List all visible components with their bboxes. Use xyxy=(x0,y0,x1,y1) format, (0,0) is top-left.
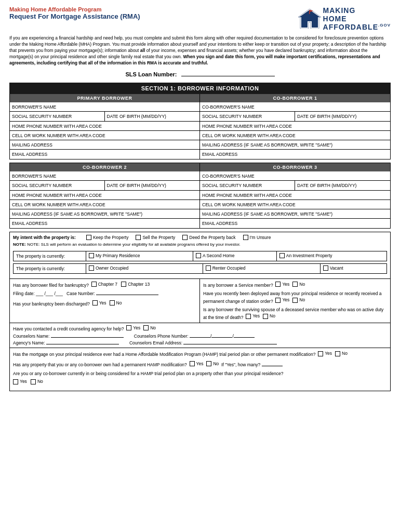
hamp-q2-howmany-field[interactable] xyxy=(262,366,283,366)
counselors-email-label: Counselors Email Address: xyxy=(129,340,277,345)
unsure-checkbox[interactable] xyxy=(243,235,248,240)
surv-yes-checkbox[interactable] xyxy=(246,314,251,319)
counselors-name-label: Counselors Name: xyxy=(13,334,124,339)
hamp-q3-yes-checkbox[interactable] xyxy=(13,379,18,384)
surv-no-option[interactable]: No xyxy=(263,313,275,320)
hamp-q1-text: Has the mortgage on your principal resid… xyxy=(13,352,315,357)
investment-property-option[interactable]: An Investment Property xyxy=(276,251,386,261)
hamp-q3-no-checkbox[interactable] xyxy=(31,379,36,384)
hamp-q2-yes-no: Yes No xyxy=(190,361,219,367)
hamp-q1-no-option[interactable]: No xyxy=(335,350,348,357)
property-status-table1: The property is currently: My Primary Re… xyxy=(13,251,387,261)
hamp-q3-no-option[interactable]: No xyxy=(31,378,43,385)
hamp-q3-no-label: No xyxy=(37,378,43,385)
hamp-q2-no-checkbox[interactable] xyxy=(206,361,211,366)
dep-no-checkbox[interactable] xyxy=(292,298,298,303)
cb2-email-field: EMAIL ADDRESS xyxy=(10,219,199,228)
deed-property-checkbox[interactable] xyxy=(182,235,188,240)
surv-no-checkbox[interactable] xyxy=(263,314,268,319)
cb1-mailing-field: MAILING ADDRESS (IF SAME AS BORROWER, WR… xyxy=(200,140,390,150)
sm-yes-checkbox[interactable] xyxy=(275,282,281,287)
hamp-q2-yes-option[interactable]: Yes xyxy=(190,361,204,367)
discharged-yes-option[interactable]: Yes xyxy=(92,300,106,307)
primary-mailing-field: MAILING ADDRESS xyxy=(10,140,199,150)
hamp-q3-yes-option[interactable]: Yes xyxy=(13,378,27,385)
hamp-q2-text: Has any property that you or any co-borr… xyxy=(13,362,187,367)
dep-yes-option[interactable]: Yes xyxy=(275,297,289,303)
hamp-q1-no-checkbox[interactable] xyxy=(335,351,340,356)
sell-property-option[interactable]: Sell the Property xyxy=(136,235,175,240)
discharged-no-checkbox[interactable] xyxy=(110,300,115,305)
bankruptcy-section: Has any borrower filed for bankruptcy? C… xyxy=(9,279,391,324)
sm-no-checkbox[interactable] xyxy=(292,282,298,287)
primary-email-field: EMAIL ADDRESS xyxy=(10,150,199,159)
sm-no-option[interactable]: No xyxy=(292,281,305,288)
owner-occupied-checkbox[interactable] xyxy=(89,265,94,271)
sell-property-checkbox[interactable] xyxy=(136,235,141,240)
program-name: Making Home Affordable Program xyxy=(9,6,140,12)
keep-property-option[interactable]: Keep the Property xyxy=(86,235,129,240)
owner-occupied-option[interactable]: Owner Occupied xyxy=(86,263,203,273)
surv-yes-option[interactable]: Yes xyxy=(246,313,260,320)
dep-no-option[interactable]: No xyxy=(292,297,305,303)
sm-yes-option[interactable]: Yes xyxy=(275,281,289,288)
cc-no-checkbox[interactable] xyxy=(143,325,149,330)
logo-area: MAKING HOME AFFORDABLE.GOV xyxy=(298,6,391,31)
unsure-label: I'm Unsure xyxy=(250,235,271,240)
dep-yes-checkbox[interactable] xyxy=(275,298,281,303)
renter-occupied-checkbox[interactable] xyxy=(206,265,211,271)
counselors-email-field[interactable] xyxy=(183,344,277,344)
primary-residence-checkbox[interactable] xyxy=(89,253,94,258)
hamp-q1-yes-option[interactable]: Yes xyxy=(318,350,332,357)
chapter13-checkbox[interactable] xyxy=(121,282,126,287)
hamp-q2-yes-checkbox[interactable] xyxy=(190,361,195,366)
cb3-email-field: EMAIL ADDRESS xyxy=(200,219,390,228)
cb2-dob-field: DATE OF BIRTH (MM/DD/YY) xyxy=(105,181,200,190)
primary-residence-option[interactable]: My Primary Residence xyxy=(86,251,193,261)
renter-occupied-option[interactable]: Renter Occupied xyxy=(203,263,320,273)
keep-property-checkbox[interactable] xyxy=(86,235,91,240)
dep-yes-label: Yes xyxy=(282,297,289,303)
hamp-q3-text: Are you or any co-borrower currently in … xyxy=(13,371,284,376)
cb2-ssn-dob: SOCIAL SECURITY NUMBER DATE OF BIRTH (MM… xyxy=(10,181,199,191)
primary-ssn-dob: SOCIAL SECURITY NUMBER DATE OF BIRTH (MM… xyxy=(10,112,199,122)
hamp-q1-yes-checkbox[interactable] xyxy=(318,351,323,356)
cc-yes-option[interactable]: Yes xyxy=(126,325,140,330)
counselors-phone-field1[interactable] xyxy=(190,337,210,338)
hamp-q2-yes-label: Yes xyxy=(196,361,204,367)
cc-no-option[interactable]: No xyxy=(143,325,156,330)
coborrower3-header: CO-BORROWER 3 xyxy=(200,163,390,171)
cb2-cell-phone-field: CELL OR WORK NUMBER WITH AREA CODE xyxy=(10,200,199,209)
discharged-no-option[interactable]: No xyxy=(110,300,122,307)
counselors-name-field[interactable] xyxy=(51,337,124,338)
second-home-checkbox[interactable] xyxy=(196,253,201,258)
investment-property-checkbox[interactable] xyxy=(279,253,285,258)
discharged-label: Has your bankruptcy been discharged? xyxy=(13,301,90,307)
hamp-q1-row: Has the mortgage on your principal resid… xyxy=(13,350,387,358)
counselor-details-row1: Counselors Name: Counselors Phone Number… xyxy=(13,334,387,339)
investment-property-label: An Investment Property xyxy=(286,253,332,258)
vacant-option[interactable]: Vacant xyxy=(320,263,386,273)
chapter13-option[interactable]: Chapter 13 xyxy=(121,281,150,288)
loan-number-label: SLS Loan Number: xyxy=(125,71,177,77)
agency-name-field[interactable] xyxy=(46,344,119,344)
discharged-yes-checkbox[interactable] xyxy=(92,300,98,305)
cc-yes-checkbox[interactable] xyxy=(126,325,131,330)
counselors-phone-field3[interactable] xyxy=(234,337,255,338)
counselors-phone-field2[interactable] xyxy=(211,337,232,338)
case-number-field[interactable] xyxy=(96,295,158,295)
deployed-row: Have you recently been deployed away fro… xyxy=(203,291,387,305)
vacant-checkbox[interactable] xyxy=(323,265,328,271)
primary-name-field: BORROWER'S NAME xyxy=(10,102,199,112)
chapter7-option[interactable]: Chapter 7 xyxy=(91,281,117,288)
loan-number-field[interactable] xyxy=(181,76,275,76)
deployed-yes-no: Yes No xyxy=(275,297,305,303)
deed-property-option[interactable]: Deed the Property back xyxy=(182,235,235,240)
coborrower1-col: CO-BORROWER 1 CO-BORROWER'S NAME SOCIAL … xyxy=(200,94,390,159)
second-home-option[interactable]: A Second Home xyxy=(193,251,277,261)
chapter7-checkbox[interactable] xyxy=(91,282,97,287)
coborrower2-col: CO-BORROWER 2 BORROWER'S NAME SOCIAL SEC… xyxy=(10,163,200,228)
hamp-q2-no-option[interactable]: No xyxy=(206,361,219,367)
service-member-label: Is any borrower a Service member? xyxy=(203,283,273,288)
unsure-option[interactable]: I'm Unsure xyxy=(243,235,271,240)
